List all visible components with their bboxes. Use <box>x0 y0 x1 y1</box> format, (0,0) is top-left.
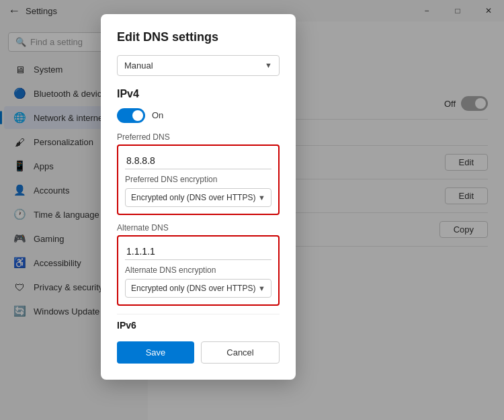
app-window: ← Settings − □ ✕ 🔍 Find a setting 🖥 Syst… <box>0 0 504 420</box>
preferred-dns-box: Preferred DNS encryption Encrypted only … <box>117 144 280 215</box>
ipv4-toggle-row: On <box>117 108 280 123</box>
alternate-encryption-value: Encrypted only (DNS over HTTPS) <box>131 284 255 293</box>
preferred-dns-label: Preferred DNS <box>117 132 280 142</box>
mode-dropdown-value: Manual <box>124 60 153 71</box>
save-button[interactable]: Save <box>117 341 194 364</box>
preferred-encryption-chevron-icon: ▼ <box>258 194 265 202</box>
alternate-dns-box: Alternate DNS encryption Encrypted only … <box>117 235 280 306</box>
preferred-encryption-dropdown[interactable]: Encrypted only (DNS over HTTPS) ▼ <box>125 188 271 207</box>
ipv6-heading: IPv6 <box>117 314 280 331</box>
cancel-button[interactable]: Cancel <box>201 341 280 364</box>
modal-overlay: Edit DNS settings Manual ▼ IPv4 On Prefe… <box>0 0 504 420</box>
modal-title: Edit DNS settings <box>117 30 280 44</box>
mode-dropdown[interactable]: Manual ▼ <box>117 55 280 76</box>
edit-dns-modal: Edit DNS settings Manual ▼ IPv4 On Prefe… <box>101 14 296 380</box>
preferred-encryption-value: Encrypted only (DNS over HTTPS) <box>131 193 255 202</box>
alternate-encryption-dropdown[interactable]: Encrypted only (DNS over HTTPS) ▼ <box>125 279 271 298</box>
modal-footer: Save Cancel <box>117 341 280 364</box>
dropdown-chevron-icon: ▼ <box>265 61 272 69</box>
ipv4-toggle[interactable] <box>117 108 145 123</box>
alternate-encryption-label: Alternate DNS encryption <box>125 265 271 275</box>
alternate-dns-label: Alternate DNS <box>117 223 280 233</box>
preferred-encryption-label: Preferred DNS encryption <box>125 175 271 184</box>
preferred-dns-input[interactable] <box>125 153 271 169</box>
ipv4-heading: IPv4 <box>117 88 280 100</box>
alternate-encryption-chevron-icon: ▼ <box>258 284 265 292</box>
ipv4-toggle-label: On <box>152 110 163 120</box>
alternate-dns-input[interactable] <box>125 243 271 260</box>
